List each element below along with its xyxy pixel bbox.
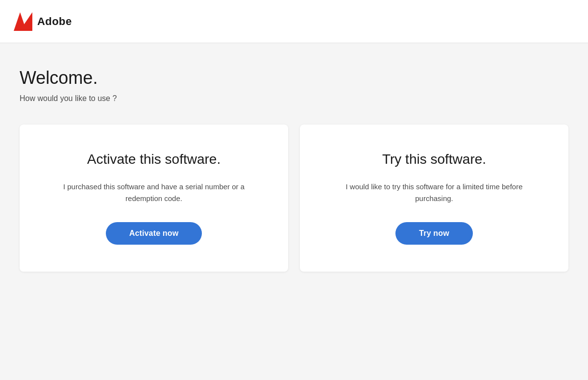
activate-now-button[interactable]: Activate now <box>106 222 202 245</box>
welcome-title: Welcome. <box>20 68 568 88</box>
activate-card: Activate this software. I purchased this… <box>20 125 288 272</box>
try-card: Try this software. I would like to try t… <box>300 125 568 272</box>
try-now-button[interactable]: Try now <box>395 222 473 245</box>
activate-card-description: I purchased this software and have a ser… <box>61 181 247 204</box>
adobe-wordmark: Adobe <box>37 15 72 28</box>
try-card-title: Try this software. <box>382 152 486 167</box>
welcome-subtitle: How would you like to use ? <box>20 94 568 103</box>
adobe-logo-icon <box>14 12 32 31</box>
cards-container: Activate this software. I purchased this… <box>20 125 568 272</box>
main-content: Welcome. How would you like to use ? Act… <box>0 43 588 380</box>
adobe-logo: Adobe <box>14 12 72 31</box>
activate-card-title: Activate this software. <box>87 152 220 167</box>
try-card-description: I would like to try this software for a … <box>341 181 527 204</box>
app-header: Adobe <box>0 0 588 43</box>
